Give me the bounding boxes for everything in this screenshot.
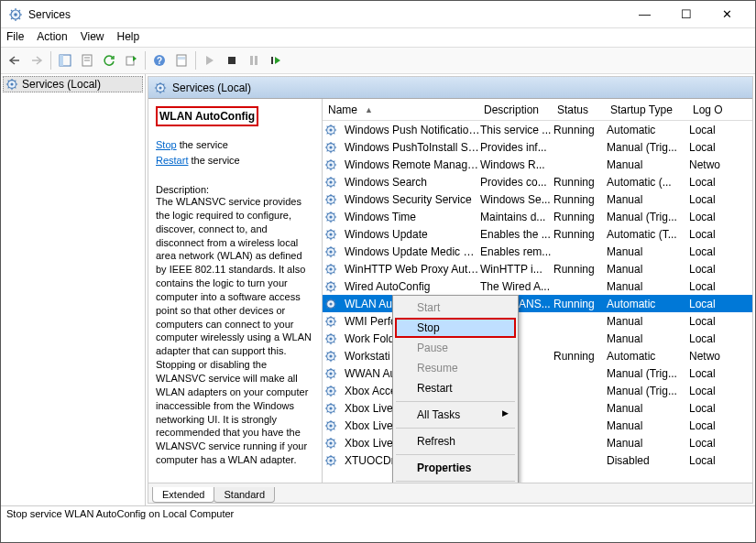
restart-link[interactable]: Restart bbox=[156, 155, 188, 166]
service-row[interactable]: Windows UpdateEnables the ...RunningAuto… bbox=[323, 225, 752, 243]
gear-icon bbox=[324, 385, 337, 397]
tree-item-services-local[interactable]: Services (Local) bbox=[3, 76, 143, 92]
service-row[interactable]: Work Foldvice ...ManualLocal bbox=[323, 330, 752, 347]
col-name[interactable]: Name▲ bbox=[323, 103, 478, 116]
restart-btn[interactable] bbox=[266, 50, 286, 71]
gear-icon bbox=[324, 228, 337, 241]
service-row[interactable]: WLAN AutoConfigThe WLANS...RunningAutoma… bbox=[323, 295, 752, 312]
service-row[interactable]: Windows Remote Manage...Windows R...Manu… bbox=[323, 156, 752, 173]
service-row[interactable]: Workstatind...RunningAutomaticNetwo bbox=[323, 347, 752, 364]
cell-description: WinHTTP i... bbox=[480, 263, 553, 276]
cell-name: WinHTTP Web Proxy Auto-... bbox=[345, 263, 480, 276]
ctx-stop[interactable]: Stop bbox=[395, 318, 516, 338]
cell-log-on: Local bbox=[689, 228, 730, 241]
cell-log-on: Netwo bbox=[689, 158, 730, 171]
service-row[interactable]: WinHTTP Web Proxy Auto-...WinHTTP i...Ru… bbox=[323, 260, 752, 277]
service-row[interactable]: Xbox Livevice ...ManualLocal bbox=[323, 417, 752, 434]
stop-link[interactable]: Stop bbox=[156, 139, 177, 150]
column-headers: Name▲ Description Status Startup Type Lo… bbox=[323, 99, 752, 121]
service-row[interactable]: XTUOCDrivDisabledLocal bbox=[323, 451, 752, 469]
service-row[interactable]: Windows Update Medic Ser...Enables rem..… bbox=[323, 243, 752, 260]
service-row[interactable]: Windows Push Notification...This service… bbox=[323, 121, 752, 138]
pause-button[interactable] bbox=[244, 50, 264, 71]
refresh-button[interactable] bbox=[99, 50, 119, 71]
svg-rect-7 bbox=[126, 57, 134, 65]
ctx-properties[interactable]: Properties bbox=[395, 458, 516, 478]
show-hide-button[interactable] bbox=[55, 50, 75, 71]
menu-help[interactable]: Help bbox=[117, 30, 140, 45]
maximize-button[interactable]: ☐ bbox=[665, 1, 707, 27]
view-tabs: Extended Standard bbox=[148, 483, 752, 503]
cell-startup-type: Automatic bbox=[607, 298, 689, 310]
toolbar: ? bbox=[1, 47, 755, 74]
service-row[interactable]: Windows TimeMaintains d...RunningManual … bbox=[323, 208, 752, 225]
cell-status: Running bbox=[553, 263, 607, 276]
gear-icon bbox=[324, 124, 337, 136]
svg-rect-11 bbox=[178, 57, 185, 60]
col-description[interactable]: Description bbox=[478, 103, 552, 116]
status-bar: Stop service WLAN AutoConfig on Local Co… bbox=[1, 505, 755, 524]
details-pane: WLAN AutoConfig Stop the service Restart… bbox=[148, 99, 323, 483]
forward-icon bbox=[30, 55, 43, 66]
stop-icon bbox=[227, 56, 236, 65]
service-row[interactable]: Wired AutoConfigThe Wired A...ManualLoca… bbox=[323, 277, 752, 295]
gear-icon bbox=[324, 193, 337, 206]
gear-icon bbox=[324, 454, 337, 467]
menu-action[interactable]: Action bbox=[37, 30, 67, 45]
back-button[interactable] bbox=[5, 50, 25, 71]
minimize-button[interactable]: — bbox=[624, 1, 665, 27]
cell-startup-type: Manual bbox=[607, 158, 689, 171]
cell-startup-type: Manual (Trig... bbox=[607, 141, 689, 154]
close-button[interactable]: ✕ bbox=[707, 1, 748, 27]
gear-icon bbox=[324, 158, 337, 171]
help2-button[interactable] bbox=[171, 50, 192, 71]
export-button[interactable] bbox=[121, 50, 141, 71]
ctx-start: Start bbox=[395, 298, 516, 318]
panes-icon bbox=[59, 54, 71, 67]
cell-log-on: Local bbox=[689, 332, 730, 345]
cell-status: Running bbox=[553, 124, 607, 136]
gear-icon bbox=[324, 350, 337, 363]
col-startup-type[interactable]: Startup Type bbox=[605, 103, 687, 116]
context-menu: Start Stop Pause Resume Restart All Task… bbox=[392, 295, 519, 483]
col-status[interactable]: Status bbox=[552, 103, 605, 116]
service-list: Name▲ Description Status Startup Type Lo… bbox=[323, 99, 752, 483]
service-row[interactable]: Xbox Livevice ...ManualLocal bbox=[323, 434, 752, 451]
service-row[interactable]: Xbox Accevice ...Manual (Trig...Local bbox=[323, 382, 752, 399]
service-row[interactable]: WWAN Au...Manual (Trig...Local bbox=[323, 364, 752, 382]
cell-startup-type: Automatic bbox=[607, 124, 689, 136]
cell-status: Running bbox=[553, 176, 607, 189]
ctx-all-tasks[interactable]: All Tasks▶ bbox=[395, 405, 516, 425]
cell-startup-type: Automatic bbox=[607, 350, 689, 363]
service-row[interactable]: Windows SearchProvides co...RunningAutom… bbox=[323, 173, 752, 190]
cell-name: Windows Update bbox=[345, 228, 428, 241]
gear-icon bbox=[324, 298, 337, 310]
help-button[interactable]: ? bbox=[149, 50, 170, 71]
menu-view[interactable]: View bbox=[81, 30, 104, 45]
forward-button[interactable] bbox=[27, 50, 47, 71]
menu-file[interactable]: File bbox=[6, 30, 24, 45]
tab-standard[interactable]: Standard bbox=[214, 487, 275, 503]
cell-description: Enables rem... bbox=[480, 245, 553, 258]
service-row[interactable]: Windows Security ServiceWindows Se...Run… bbox=[323, 190, 752, 208]
cell-log-on: Local bbox=[689, 280, 730, 293]
stop-button[interactable] bbox=[222, 50, 242, 71]
properties-button[interactable] bbox=[77, 50, 97, 71]
service-row[interactable]: Xbox Lives au...ManualLocal bbox=[323, 399, 752, 417]
pause-icon bbox=[249, 55, 258, 66]
ctx-refresh[interactable]: Refresh bbox=[395, 431, 516, 451]
cell-name: WWAN Au bbox=[345, 367, 396, 380]
cell-startup-type: Automatic (... bbox=[607, 176, 689, 189]
ctx-restart[interactable]: Restart bbox=[395, 378, 516, 398]
gear-icon bbox=[324, 280, 337, 293]
tab-extended[interactable]: Extended bbox=[152, 487, 214, 503]
col-log-on[interactable]: Log O bbox=[687, 103, 729, 116]
play-button[interactable] bbox=[200, 50, 220, 71]
cell-log-on: Local bbox=[689, 419, 730, 432]
export-icon bbox=[125, 54, 137, 67]
cell-log-on: Local bbox=[689, 402, 730, 415]
cell-name: Xbox Live bbox=[345, 402, 393, 415]
service-row[interactable]: WMI Perfos pe...ManualLocal bbox=[323, 312, 752, 330]
cell-startup-type: Manual bbox=[607, 193, 689, 206]
service-row[interactable]: Windows PushToInstall Serv...Provides in… bbox=[323, 138, 752, 156]
